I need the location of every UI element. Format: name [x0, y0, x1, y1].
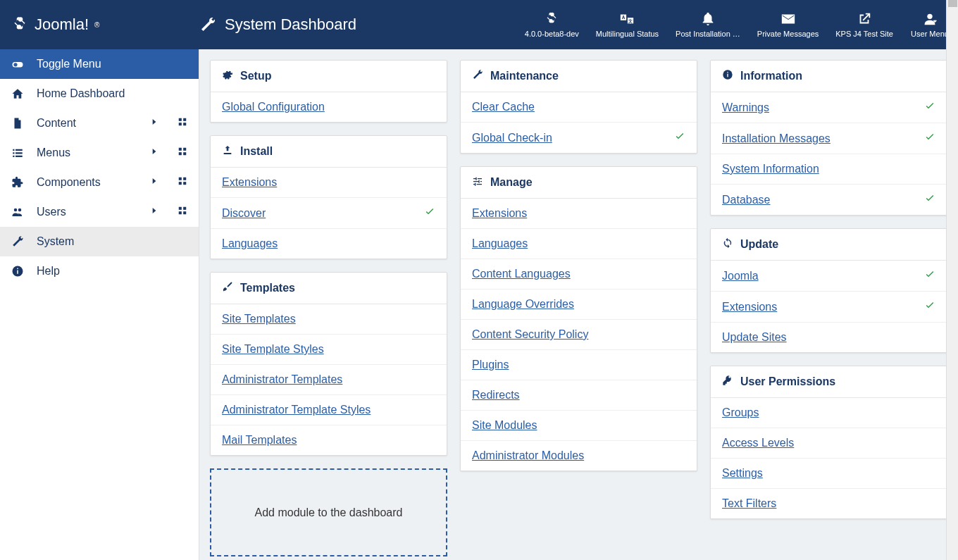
link-global-configuration[interactable]: Global Configuration: [222, 101, 325, 113]
grid-icon[interactable]: [178, 206, 187, 218]
link-groups[interactable]: Groups: [722, 406, 759, 419]
link-languages[interactable]: Languages: [222, 237, 278, 250]
header-item-label: Multilingual Status: [596, 30, 659, 38]
add-module-button[interactable]: Add module to the dashboard: [210, 468, 447, 556]
card-link-row: Database: [711, 185, 947, 215]
card-header: Install: [211, 136, 447, 168]
card-link-row: Plugins: [461, 350, 697, 380]
check-icon: [924, 269, 935, 282]
card-install: InstallExtensionsDiscoverLanguages: [210, 135, 447, 259]
svg-rect-13: [179, 152, 182, 155]
check-icon: [924, 132, 935, 145]
header-item-label: Private Messages: [757, 30, 819, 38]
sidebar-item-toggle-menu[interactable]: Toggle Menu: [0, 49, 199, 79]
card-title: Install: [240, 145, 273, 158]
sidebar-item-users[interactable]: Users: [0, 197, 199, 227]
toggle-icon: [11, 58, 27, 70]
card-templates: TemplatesSite TemplatesSite Template Sty…: [210, 272, 447, 456]
svg-rect-26: [17, 270, 18, 274]
check-icon: [424, 206, 435, 220]
link-site-modules[interactable]: Site Modules: [472, 419, 537, 432]
link-content-languages[interactable]: Content Languages: [472, 268, 571, 280]
svg-rect-27: [17, 268, 18, 270]
link-text-filters[interactable]: Text Filters: [722, 497, 776, 510]
card-link-row: Update Sites: [711, 323, 947, 352]
card-title: Update: [740, 238, 778, 251]
link-installation-messages[interactable]: Installation Messages: [722, 132, 831, 145]
card-information: InformationWarningsInstallation Messages…: [710, 60, 947, 216]
link-update-sites[interactable]: Update Sites: [722, 331, 787, 344]
chevron-right-icon: [149, 117, 159, 130]
link-extensions[interactable]: Extensions: [222, 176, 277, 189]
grid-icon[interactable]: [178, 176, 187, 189]
link-site-template-styles[interactable]: Site Template Styles: [222, 343, 324, 356]
main: Toggle MenuHome DashboardContentMenusCom…: [0, 49, 958, 560]
sidebar-item-help[interactable]: Help: [0, 256, 199, 286]
sidebar-item-system[interactable]: System: [0, 227, 199, 256]
sidebar-item-home-dashboard[interactable]: Home Dashboard: [0, 79, 199, 108]
card-title: Information: [740, 70, 802, 82]
card-header: User Permissions: [711, 366, 947, 398]
link-redirects[interactable]: Redirects: [472, 389, 520, 402]
link-global-check-in[interactable]: Global Check-in: [472, 132, 552, 144]
link-plugins[interactable]: Plugins: [472, 359, 509, 371]
page-title: System Dashboard: [199, 15, 356, 34]
check-icon: [924, 193, 935, 206]
page-title-text: System Dashboard: [225, 15, 356, 34]
grid-icon[interactable]: [178, 147, 187, 159]
sidebar-item-menus[interactable]: Menus: [0, 138, 199, 168]
link-discover[interactable]: Discover: [222, 207, 266, 220]
sidebar: Toggle MenuHome DashboardContentMenusCom…: [0, 49, 199, 560]
sidebar-item-label: Toggle Menu: [37, 58, 187, 70]
card-title: Setup: [240, 70, 271, 82]
card-link-row: Global Configuration: [211, 92, 447, 122]
card-header: Maintenance: [461, 61, 697, 92]
card-link-row: Languages: [211, 229, 447, 259]
svg-rect-29: [727, 74, 728, 77]
card-link-row: Redirects: [461, 380, 697, 411]
link-warnings[interactable]: Warnings: [722, 101, 769, 114]
card-header: Information: [711, 61, 947, 92]
link-site-templates[interactable]: Site Templates: [222, 313, 296, 325]
link-administrator-templates[interactable]: Administrator Templates: [222, 373, 342, 386]
link-database[interactable]: Database: [722, 194, 771, 206]
link-content-security-policy[interactable]: Content Security Policy: [472, 328, 588, 341]
header-pm[interactable]: Private Messages: [749, 0, 827, 49]
link-clear-cache[interactable]: Clear Cache: [472, 101, 535, 113]
info-icon: [11, 265, 27, 278]
card-link-row: Site Template Styles: [211, 335, 447, 365]
link-language-overrides[interactable]: Language Overrides: [472, 298, 574, 311]
scrollbar[interactable]: [946, 0, 958, 560]
link-access-levels[interactable]: Access Levels: [722, 437, 794, 449]
sidebar-item-components[interactable]: Components: [0, 168, 199, 197]
header-postinstall[interactable]: Post Installation …: [667, 0, 749, 49]
card-maintenance: MaintenanceClear CacheGlobal Check-in: [460, 60, 697, 154]
card-link-row: Clear Cache: [461, 92, 697, 123]
link-administrator-modules[interactable]: Administrator Modules: [472, 449, 584, 462]
link-languages[interactable]: Languages: [472, 237, 528, 250]
header-version[interactable]: 4.0.0-beta8-dev: [516, 0, 587, 49]
link-extensions[interactable]: Extensions: [472, 207, 527, 220]
link-mail-templates[interactable]: Mail Templates: [222, 434, 297, 447]
svg-rect-22: [183, 207, 186, 210]
sidebar-item-content[interactable]: Content: [0, 108, 199, 138]
header-site[interactable]: KPS J4 Test Site: [827, 0, 902, 49]
svg-point-19: [14, 209, 18, 212]
link-joomla[interactable]: Joomla: [722, 270, 759, 282]
header-multilingual[interactable]: A文Multilingual Status: [587, 0, 667, 49]
cog-icon: [222, 69, 233, 83]
grid-icon[interactable]: [178, 117, 187, 130]
svg-point-20: [18, 209, 22, 212]
link-settings[interactable]: Settings: [722, 467, 763, 480]
header-item-label: Post Installation …: [676, 30, 740, 38]
svg-rect-7: [179, 118, 182, 121]
brand-text: Joomla!: [35, 15, 89, 34]
card-header: Manage: [461, 167, 697, 199]
card-link-row: Site Templates: [211, 304, 447, 335]
link-extensions[interactable]: Extensions: [722, 301, 777, 313]
header-item-label: User Menu: [911, 30, 949, 38]
sidebar-item-label: Components: [37, 176, 139, 189]
link-system-information[interactable]: System Information: [722, 163, 819, 175]
link-administrator-template-styles[interactable]: Administrator Template Styles: [222, 404, 371, 416]
brand[interactable]: Joomla!®: [0, 15, 199, 34]
